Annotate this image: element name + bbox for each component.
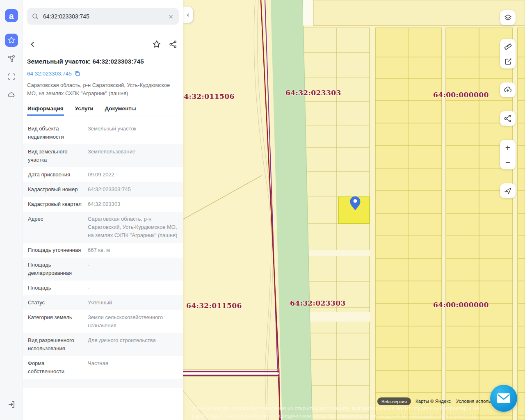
cloud-upload-icon bbox=[503, 85, 512, 94]
ruler-icon bbox=[504, 42, 512, 51]
share-map-button[interactable] bbox=[500, 111, 516, 126]
table-row: Дата присвоения09.09.2022 bbox=[23, 167, 183, 182]
star-icon bbox=[7, 36, 16, 44]
tab-information[interactable]: Информация bbox=[27, 103, 64, 116]
table-row: Категория земельЗемли сельскохозяйственн… bbox=[23, 310, 183, 333]
row-label: Категория земель bbox=[28, 313, 82, 330]
row-label: Дата присвоения bbox=[28, 171, 82, 179]
row-label: Вид разрешенного использования bbox=[28, 336, 82, 353]
layers-icon bbox=[504, 14, 512, 22]
tab-services[interactable]: Услуги bbox=[75, 103, 94, 116]
zoom-control: + − bbox=[500, 140, 516, 169]
minus-icon: − bbox=[505, 158, 510, 167]
row-value: Частная bbox=[88, 359, 178, 376]
plus-icon: + bbox=[505, 143, 510, 152]
clear-search-icon[interactable]: × bbox=[168, 13, 174, 21]
navigate-arrow-icon bbox=[504, 187, 512, 195]
row-value: Для дачного строительства bbox=[88, 336, 178, 353]
table-row: Вид разрешенного использованияДля дачног… bbox=[23, 333, 183, 356]
row-label: Статус bbox=[28, 299, 82, 307]
copy-icon[interactable] bbox=[74, 71, 80, 77]
login-icon bbox=[7, 400, 16, 409]
info-table: Вид объекта недвижимостиЗемельный участо… bbox=[23, 121, 183, 388]
map-copyright: Карты © Яндекс bbox=[415, 399, 451, 404]
share-map-control bbox=[500, 111, 516, 126]
star-outline-icon bbox=[152, 40, 161, 49]
table-row: Площадь- bbox=[23, 281, 183, 295]
row-value: Саратовская область, р-н Саратовский, Ус… bbox=[88, 215, 178, 240]
row-label: Форма собственности bbox=[28, 359, 82, 376]
row-value: - bbox=[88, 261, 178, 277]
edit-icon bbox=[504, 57, 512, 66]
row-value: Земли сельскохозяйственного назначения bbox=[88, 313, 178, 330]
row-label: Площадь декларированная bbox=[28, 261, 82, 277]
share-icon bbox=[169, 40, 177, 48]
sidebar-item-weather[interactable] bbox=[5, 89, 18, 101]
table-row: СтатусУчтенный bbox=[23, 295, 183, 310]
row-label: Кадастровый номер bbox=[28, 185, 82, 194]
table-row: Форма собственностиЧастная bbox=[23, 356, 183, 379]
favorite-button[interactable] bbox=[151, 39, 162, 50]
chat-button[interactable] bbox=[490, 385, 517, 412]
row-value: 64:32:023303:745 bbox=[88, 185, 178, 194]
share-icon bbox=[504, 114, 512, 123]
row-value: - bbox=[88, 284, 178, 292]
table-row: Кадастровый номер64:32:023303:745 bbox=[23, 182, 183, 197]
sidebar-item-layers-graph[interactable] bbox=[5, 52, 18, 65]
measure-button[interactable] bbox=[500, 39, 516, 54]
table-row: Кадастровый квартал64:32:023303 bbox=[23, 197, 183, 212]
back-button[interactable] bbox=[27, 39, 39, 50]
graph-nodes-icon bbox=[7, 54, 16, 63]
row-label: Площадь уточненная bbox=[28, 246, 82, 254]
chevron-left-icon bbox=[30, 41, 36, 48]
map: 64:32:011506 64:32:023303 64:00:000000 6… bbox=[183, 0, 525, 420]
object-address: Саратовская область, р-н Саратовский, Ус… bbox=[27, 81, 179, 98]
row-value: 667 кв. м bbox=[88, 246, 178, 254]
search-icon bbox=[32, 13, 39, 20]
map-canvas[interactable] bbox=[183, 0, 525, 420]
collapse-panel-button[interactable]: ‹ bbox=[183, 7, 193, 23]
chevron-left-icon: ‹ bbox=[187, 11, 189, 19]
row-label: Вид земельного участка bbox=[28, 148, 82, 164]
table-row: Вид объекта недвижимостиЗемельный участо… bbox=[23, 121, 183, 144]
locate-button[interactable] bbox=[500, 183, 516, 198]
tab-documents[interactable]: Документы bbox=[105, 103, 137, 116]
select-area-icon bbox=[7, 72, 16, 81]
row-label: Вид объекта недвижимости bbox=[28, 125, 82, 141]
table-row bbox=[23, 379, 183, 388]
locate-control bbox=[500, 183, 516, 198]
search-bar[interactable]: × bbox=[27, 8, 179, 25]
layers-button[interactable] bbox=[500, 10, 516, 25]
envelope-icon bbox=[497, 393, 511, 404]
info-panel: × Земельный участок: 64:32:023303:745 64… bbox=[23, 0, 183, 420]
row-label: Площадь bbox=[28, 284, 82, 292]
app-logo-glyph: a bbox=[9, 11, 14, 20]
upload-button[interactable] bbox=[500, 82, 516, 97]
sidebar-item-area-select[interactable] bbox=[5, 71, 18, 83]
table-row: Площадь уточненная667 кв. м bbox=[23, 243, 183, 258]
left-rail: a bbox=[0, 0, 23, 420]
cadastral-number-text: 64:32:023303:745 bbox=[27, 71, 72, 77]
row-value: 64:32:023303 bbox=[88, 200, 178, 208]
row-label: Адрес bbox=[28, 215, 82, 240]
page-title: Земельный участок: 64:32:023303:745 bbox=[27, 58, 179, 65]
cloud-icon bbox=[7, 90, 16, 99]
row-label: Кадастровый квартал bbox=[28, 200, 82, 208]
row-value: Земельный участок bbox=[88, 125, 178, 141]
layers-control bbox=[500, 10, 516, 25]
share-button[interactable] bbox=[167, 39, 179, 50]
sidebar-item-favorites[interactable] bbox=[5, 34, 18, 47]
beta-badge: Beta-версия bbox=[377, 397, 411, 405]
measure-edit-group bbox=[500, 39, 516, 68]
login-button[interactable] bbox=[5, 398, 18, 411]
zoom-in-button[interactable]: + bbox=[500, 140, 516, 155]
row-value: Учтенный bbox=[88, 299, 178, 307]
table-row: Площадь декларированная- bbox=[23, 258, 183, 281]
edit-button[interactable] bbox=[500, 54, 516, 68]
cadastral-number-link[interactable]: 64:32:023303:745 bbox=[27, 71, 179, 77]
row-value: Землепользование bbox=[88, 148, 178, 164]
app-logo[interactable]: a bbox=[5, 9, 18, 22]
zoom-out-button[interactable]: − bbox=[500, 155, 516, 169]
detail-header bbox=[27, 39, 179, 50]
search-input[interactable] bbox=[43, 13, 168, 20]
